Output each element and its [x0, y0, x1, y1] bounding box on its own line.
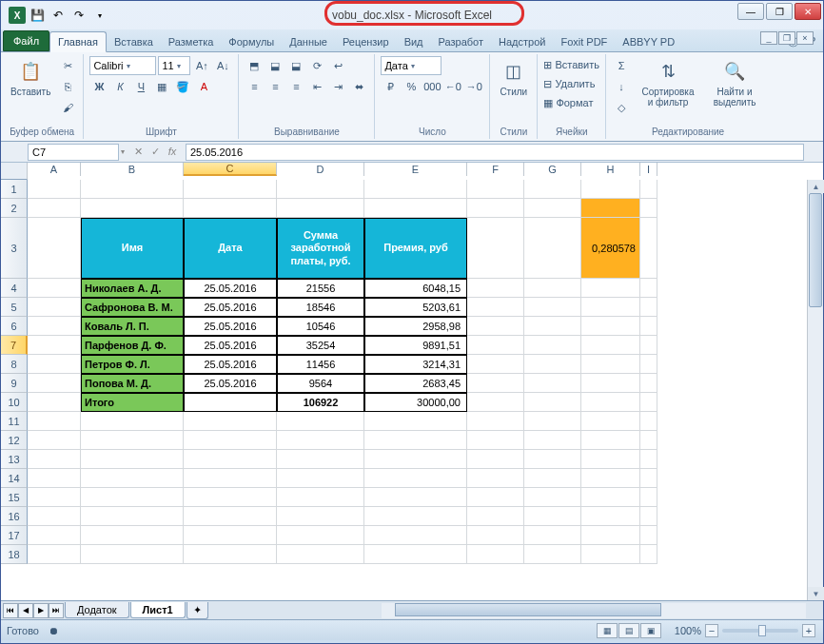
cell-B4[interactable]: Николаев А. Д.: [81, 279, 184, 298]
cell-G6[interactable]: [524, 317, 581, 336]
row-header-7[interactable]: 7: [1, 336, 28, 355]
zoom-slider[interactable]: [722, 629, 798, 633]
insert-cells-button[interactable]: ⊞Вставить: [543, 56, 599, 73]
cell-B6[interactable]: Коваль Л. П.: [81, 317, 184, 336]
font-color-button[interactable]: A: [194, 77, 213, 96]
format-cells-button[interactable]: ▦Формат: [543, 94, 599, 111]
cell-E5[interactable]: 5203,61: [364, 298, 467, 317]
cell-F3[interactable]: [467, 218, 524, 279]
cell-E18[interactable]: [364, 545, 467, 564]
increase-indent[interactable]: ⇥: [328, 77, 347, 96]
cell-A10[interactable]: [28, 393, 81, 412]
cell-H10[interactable]: [581, 393, 640, 412]
cell-G16[interactable]: [524, 507, 581, 526]
align-center[interactable]: ≡: [265, 77, 284, 96]
tab-last[interactable]: ⏭: [49, 603, 64, 618]
cell-G7[interactable]: [524, 336, 581, 355]
cell-G17[interactable]: [524, 526, 581, 545]
row-header-10[interactable]: 10: [1, 393, 28, 412]
cell-G3[interactable]: [524, 218, 581, 279]
decrease-decimal[interactable]: →0: [464, 77, 483, 96]
cell-E12[interactable]: [364, 431, 467, 450]
cell-E17[interactable]: [364, 526, 467, 545]
cell-B9[interactable]: Попова М. Д.: [81, 374, 184, 393]
cell-C5[interactable]: 25.05.2016: [184, 298, 277, 317]
cell-A2[interactable]: [28, 199, 81, 218]
macro-record-icon[interactable]: ⏺: [49, 625, 59, 636]
cell-E4[interactable]: 6048,15: [364, 279, 467, 298]
align-left[interactable]: ≡: [245, 77, 264, 96]
cell-C14[interactable]: [184, 469, 277, 488]
cell-B3[interactable]: Имя: [81, 218, 184, 279]
cell-B11[interactable]: [81, 412, 184, 431]
row-header-12[interactable]: 12: [1, 431, 28, 450]
tab-layout[interactable]: Разметка: [161, 32, 222, 51]
cell-A6[interactable]: [28, 317, 81, 336]
row-header-9[interactable]: 9: [1, 374, 28, 393]
align-top[interactable]: ⬒: [245, 56, 264, 75]
cell-I3[interactable]: [640, 218, 657, 279]
cell-H11[interactable]: [581, 412, 640, 431]
find-select-button[interactable]: 🔍 Найти и выделить: [705, 56, 764, 109]
cell-E9[interactable]: 2683,45: [364, 374, 467, 393]
cell-C15[interactable]: [184, 488, 277, 507]
name-box[interactable]: C7: [28, 144, 119, 161]
cell-G12[interactable]: [524, 431, 581, 450]
cell-D9[interactable]: 9564: [277, 374, 364, 393]
save-button[interactable]: 💾: [28, 6, 47, 25]
sort-filter-button[interactable]: ⇅ Сортировка и фильтр: [635, 56, 701, 109]
qat-dropdown[interactable]: ▾: [90, 6, 109, 25]
cell-D15[interactable]: [277, 488, 364, 507]
col-header-I[interactable]: I: [640, 163, 657, 176]
cell-I9[interactable]: [640, 374, 657, 393]
cell-D10[interactable]: 106922: [277, 393, 364, 412]
cell-H2[interactable]: [581, 199, 640, 218]
tab-abbyy[interactable]: ABBYY PD: [615, 32, 682, 51]
comma-button[interactable]: 000: [422, 77, 441, 96]
cell-B17[interactable]: [81, 526, 184, 545]
cell-I8[interactable]: [640, 355, 657, 374]
cell-G18[interactable]: [524, 545, 581, 564]
border-button[interactable]: ▦: [152, 77, 171, 96]
cell-I13[interactable]: [640, 450, 657, 469]
cell-C3[interactable]: Дата: [184, 218, 277, 279]
align-bottom[interactable]: ⬓: [286, 56, 305, 75]
row-header-1[interactable]: 1: [1, 180, 28, 199]
format-painter-button[interactable]: 🖌: [58, 98, 77, 117]
cell-E16[interactable]: [364, 507, 467, 526]
col-header-F[interactable]: F: [467, 163, 524, 176]
cell-F9[interactable]: [467, 374, 524, 393]
cell-H13[interactable]: [581, 450, 640, 469]
cell-grid[interactable]: ИмяДатаСумма заработной платы, руб.Преми…: [28, 180, 657, 564]
cell-D11[interactable]: [277, 412, 364, 431]
tab-insert[interactable]: Вставка: [107, 32, 161, 51]
shrink-font-button[interactable]: A↓: [213, 56, 232, 75]
cell-G13[interactable]: [524, 450, 581, 469]
scroll-up-button[interactable]: ▲: [808, 180, 824, 193]
cell-B8[interactable]: Петров Ф. Л.: [81, 355, 184, 374]
cell-H7[interactable]: [581, 336, 640, 355]
bold-button[interactable]: Ж: [89, 77, 108, 96]
zoom-in-button[interactable]: +: [802, 624, 815, 637]
cell-H15[interactable]: [581, 488, 640, 507]
col-header-G[interactable]: G: [524, 163, 581, 176]
cell-A12[interactable]: [28, 431, 81, 450]
enter-formula[interactable]: ✓: [147, 146, 163, 158]
cell-B16[interactable]: [81, 507, 184, 526]
cell-C10[interactable]: [184, 393, 277, 412]
zoom-out-button[interactable]: −: [705, 624, 718, 637]
cell-C9[interactable]: 25.05.2016: [184, 374, 277, 393]
cell-C13[interactable]: [184, 450, 277, 469]
cell-I15[interactable]: [640, 488, 657, 507]
normal-view-button[interactable]: ▦: [597, 623, 618, 638]
cell-I6[interactable]: [640, 317, 657, 336]
tab-review[interactable]: Рецензир: [335, 32, 397, 51]
cell-I7[interactable]: [640, 336, 657, 355]
row-header-5[interactable]: 5: [1, 298, 28, 317]
row-header-3[interactable]: 3: [1, 218, 28, 279]
delete-cells-button[interactable]: ⊟Удалить: [543, 75, 599, 92]
cell-I4[interactable]: [640, 279, 657, 298]
increase-decimal[interactable]: ←0: [443, 77, 462, 96]
cell-D5[interactable]: 18546: [277, 298, 364, 317]
cell-B1[interactable]: [81, 180, 184, 199]
